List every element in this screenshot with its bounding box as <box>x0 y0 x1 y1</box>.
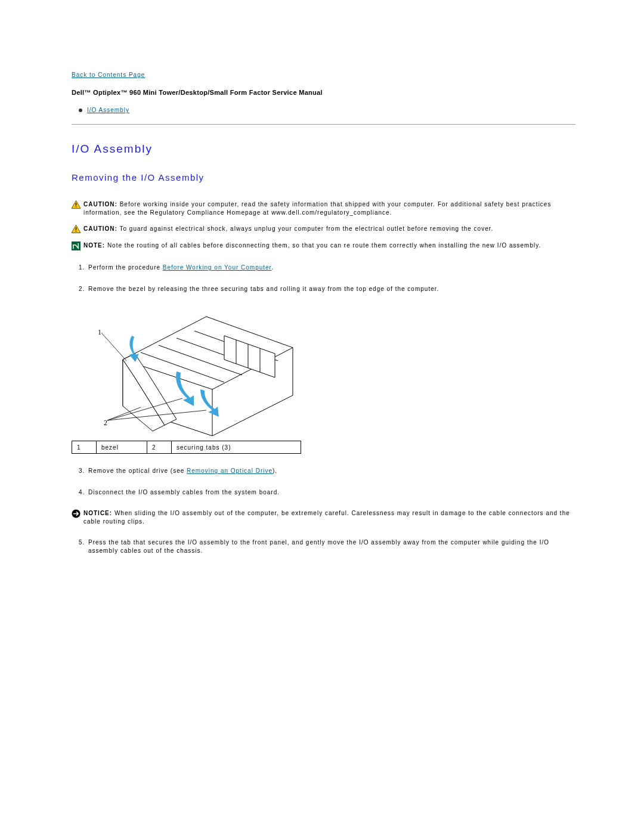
caution-text-2: CAUTION: To guard against electrical sho… <box>83 225 575 233</box>
legend-label-2: securing tabs (3) <box>172 441 301 454</box>
notice-icon <box>72 509 83 518</box>
section-heading: I/O Assembly <box>72 143 575 156</box>
step-5: Press the tab that secures the I/O assem… <box>87 538 575 555</box>
diagram-callout-1: 1 <box>98 328 102 336</box>
note-body: Note the routing of all cables before di… <box>105 242 541 249</box>
note-label: NOTE: <box>83 242 105 249</box>
note-icon <box>72 241 83 250</box>
diagram-wrap: 1 2 <box>87 306 575 437</box>
table-row: 1 bezel 2 securing tabs (3) <box>72 441 301 454</box>
caution-label: CAUTION: <box>83 201 117 208</box>
notice-label: NOTICE: <box>83 510 112 516</box>
legend-num-2: 2 <box>147 441 172 454</box>
diagram-legend-table: 1 bezel 2 securing tabs (3) <box>72 441 301 454</box>
steps-list-final: Press the tab that secures the I/O assem… <box>72 538 575 555</box>
legend-num-1: 1 <box>72 441 97 454</box>
svg-rect-1 <box>76 203 77 206</box>
caution-icon <box>72 225 83 233</box>
caution-body: To guard against electrical shock, alway… <box>117 225 493 232</box>
link-removing-optical-drive[interactable]: Removing an Optical Drive <box>187 467 273 474</box>
subsection-heading: Removing the I/O Assembly <box>72 172 575 182</box>
bullet-icon <box>79 109 82 112</box>
caution-text-1: CAUTION: Before working inside your comp… <box>83 200 575 216</box>
caution-label: CAUTION: <box>83 225 117 232</box>
steps-list-continued: Remove the optical drive (see Removing a… <box>72 467 575 496</box>
caution-block-2: CAUTION: To guard against electrical sho… <box>72 225 575 233</box>
step-1: Perform the procedure Before Working on … <box>87 264 575 272</box>
step-1-post: . <box>271 264 274 271</box>
caution-body: Before working inside your computer, rea… <box>83 201 551 216</box>
caution-block-1: CAUTION: Before working inside your comp… <box>72 200 575 216</box>
notice-block: NOTICE: When sliding the I/O assembly ou… <box>72 509 575 525</box>
steps-list: Perform the procedure Before Working on … <box>72 264 575 293</box>
step-3-post: ). <box>273 467 277 474</box>
legend-label-1: bezel <box>97 441 147 454</box>
notice-body: When sliding the I/O assembly out of the… <box>83 510 570 525</box>
svg-line-21 <box>101 333 126 361</box>
back-to-contents-link[interactable]: Back to Contents Page <box>72 72 145 78</box>
note-text: NOTE: Note the routing of all cables bef… <box>83 241 575 250</box>
notice-text: NOTICE: When sliding the I/O assembly ou… <box>83 509 575 525</box>
computer-bezel-diagram: 1 2 <box>87 306 301 437</box>
link-before-working[interactable]: Before Working on Your Computer <box>163 264 272 271</box>
service-manual-page: Back to Contents Page Dell™ Optiplex™ 96… <box>0 0 644 833</box>
caution-icon <box>72 200 83 209</box>
svg-rect-4 <box>76 227 77 230</box>
step-2: Remove the bezel by releasing the three … <box>87 285 575 293</box>
svg-rect-5 <box>76 231 77 232</box>
diagram-callout-2: 2 <box>104 419 108 427</box>
step-3: Remove the optical drive (see Removing a… <box>87 467 575 475</box>
step-4: Disconnect the I/O assembly cables from … <box>87 488 575 497</box>
step-1-pre: Perform the procedure <box>88 264 163 271</box>
note-block: NOTE: Note the routing of all cables bef… <box>72 241 575 250</box>
step-3-pre: Remove the optical drive (see <box>88 467 187 474</box>
svg-rect-2 <box>76 206 77 208</box>
manual-title: Dell™ Optiplex™ 960 Mini Tower/Desktop/S… <box>72 89 575 96</box>
divider <box>72 124 575 125</box>
toc-item: I/O Assembly <box>79 107 575 113</box>
toc-link-io-assembly[interactable]: I/O Assembly <box>87 107 129 113</box>
